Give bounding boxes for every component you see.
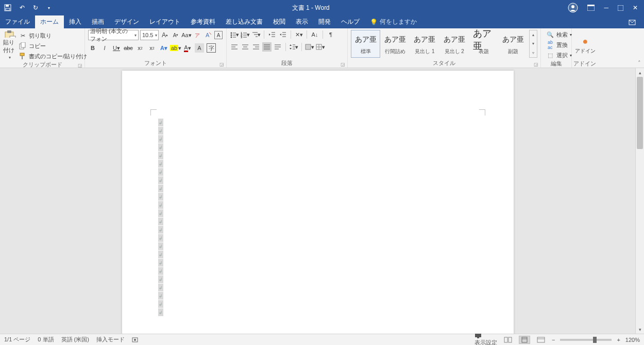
select-button[interactable]: ⬚選択▾ — [544, 51, 574, 60]
font-dialog-launcher[interactable]: ◲ — [219, 62, 224, 67]
enclose-characters-button[interactable]: A — [214, 31, 223, 39]
align-justify-button[interactable] — [262, 42, 272, 52]
tab-insert[interactable]: 挿入 — [64, 15, 87, 28]
language-status[interactable]: 英語 (米国) — [61, 336, 89, 343]
paste-button[interactable]: 貼り付け ▾ — [3, 30, 16, 60]
tab-design[interactable]: デザイン — [109, 15, 144, 28]
tab-references[interactable]: 参考資料 — [185, 15, 221, 28]
tab-file[interactable]: ファイル — [0, 15, 35, 28]
style-subtitle[interactable]: あア亜副題 — [499, 30, 528, 58]
clipboard-dialog-launcher[interactable]: ◲ — [78, 63, 82, 68]
ribbon-display-icon[interactable] — [587, 5, 595, 11]
show-marks-button[interactable]: ¶ — [326, 30, 335, 39]
grow-font-button[interactable]: A▴ — [160, 30, 170, 40]
font-size-combo[interactable]: 10.5▾ — [140, 30, 159, 40]
borders-button[interactable]: ▾ — [316, 42, 325, 52]
style-heading2[interactable]: あア亜見出し 2 — [439, 30, 469, 58]
format-painter-button[interactable]: 書式のコピー/貼り付け — [16, 52, 89, 61]
superscript-button[interactable]: x2 — [147, 43, 157, 53]
undo-icon[interactable]: ↶ — [18, 4, 27, 11]
sort-button[interactable]: A↓ — [310, 30, 319, 39]
font-name-combo[interactable]: 游明朝 (本文のフォン▾ — [88, 30, 139, 40]
subscript-button[interactable]: x2 — [135, 43, 145, 53]
character-border-button[interactable]: 字 — [207, 43, 216, 53]
text-effects-button[interactable]: A▾ — [159, 43, 168, 53]
vertical-scrollbar[interactable]: ▴ ▾ — [635, 68, 644, 334]
tab-help[interactable]: ヘルプ — [336, 15, 365, 28]
scroll-thumb[interactable] — [637, 77, 643, 149]
asian-layout-button[interactable]: ✕▾ — [294, 30, 303, 39]
tab-view[interactable]: 表示 — [291, 15, 313, 28]
styles-group-label: スタイル — [433, 60, 455, 66]
close-icon[interactable]: ✕ — [633, 4, 638, 11]
cut-button[interactable]: ✂切り取り — [16, 31, 89, 40]
zoom-slider[interactable] — [560, 339, 612, 341]
zoom-out-button[interactable]: − — [552, 337, 555, 343]
paragraph-dialog-launcher[interactable]: ◲ — [341, 62, 345, 67]
strikethrough-button[interactable]: abc — [124, 43, 133, 53]
line-spacing-button[interactable]: ▾ — [289, 42, 298, 52]
web-layout-button[interactable] — [535, 336, 547, 344]
insert-mode-status[interactable]: 挿入モード — [96, 336, 125, 343]
tab-layout[interactable]: レイアウト — [144, 15, 185, 28]
style-title[interactable]: あア亜表題 — [469, 30, 498, 58]
zoom-slider-knob[interactable] — [593, 337, 597, 343]
shading-button[interactable]: ▾ — [305, 42, 314, 52]
read-mode-button[interactable] — [502, 336, 514, 344]
numbering-button[interactable]: 123▾ — [241, 30, 250, 39]
tab-home[interactable]: ホーム — [35, 15, 64, 28]
collapse-ribbon-button[interactable]: ˄ — [638, 60, 641, 67]
tab-mailings[interactable]: 差し込み文書 — [221, 15, 268, 28]
zoom-level[interactable]: 120% — [625, 337, 640, 343]
tab-developer[interactable]: 開発 — [313, 15, 336, 28]
save-icon[interactable] — [4, 4, 13, 11]
document-page[interactable]: ↲↲↲↲↲↲↲↲↲↲↲↲↲↲↲↲↲↲↲↲↲↲↲↲ — [122, 71, 514, 334]
character-shading-button[interactable]: A — [195, 43, 204, 53]
clear-formatting-button[interactable]: A — [204, 30, 213, 40]
page-number-status[interactable]: 1/1 ページ — [4, 336, 30, 343]
minimize-icon[interactable]: ─ — [604, 4, 608, 11]
tab-review[interactable]: 校閲 — [268, 15, 291, 28]
shrink-font-button[interactable]: A▾ — [171, 30, 180, 40]
replace-button[interactable]: abac置換 — [544, 40, 570, 50]
window-controls: ─ ✕ — [568, 3, 644, 13]
scroll-up-button[interactable]: ▴ — [636, 68, 644, 77]
macro-record-icon[interactable] — [132, 337, 139, 343]
style-normal[interactable]: あア亜標準 — [351, 30, 380, 58]
distributed-button[interactable] — [273, 42, 282, 52]
align-right-button[interactable] — [251, 42, 261, 52]
align-left-button[interactable] — [230, 42, 239, 52]
styles-dialog-launcher[interactable]: ◲ — [534, 62, 538, 67]
addins-button[interactable]: ● アドイン — [575, 30, 596, 60]
change-case-button[interactable]: Aa▾ — [182, 30, 191, 40]
find-button[interactable]: 🔍検索▾ — [544, 30, 574, 39]
display-settings-button[interactable]: 表示設定 — [474, 333, 497, 345]
tab-draw[interactable]: 描画 — [87, 15, 109, 28]
word-count-status[interactable]: 0 単語 — [38, 336, 54, 343]
tell-me[interactable]: 💡 何をしますか — [365, 15, 422, 28]
font-color-button[interactable]: A▾ — [183, 43, 192, 53]
copy-button[interactable]: コピー — [16, 41, 89, 51]
scroll-track[interactable] — [636, 77, 644, 325]
print-layout-button[interactable] — [519, 336, 530, 344]
multilevel-list-button[interactable]: ▾ — [251, 30, 261, 39]
zoom-in-button[interactable]: + — [617, 337, 620, 343]
italic-button[interactable]: I — [100, 43, 109, 53]
styles-gallery-more[interactable]: ▴▾▿ — [529, 30, 537, 58]
share-button[interactable] — [621, 15, 644, 28]
qat-dropdown-icon[interactable]: ▾ — [44, 6, 54, 10]
highlight-button[interactable]: ab▾ — [171, 43, 180, 53]
style-no-spacing[interactable]: あア亜行間詰め — [380, 30, 410, 58]
align-center-button[interactable] — [241, 42, 250, 52]
phonetic-guide-button[interactable]: ア — [193, 30, 202, 40]
decrease-indent-button[interactable] — [267, 30, 277, 39]
bullets-button[interactable]: ▾ — [230, 30, 239, 39]
scroll-down-button[interactable]: ▾ — [636, 325, 644, 334]
account-icon[interactable] — [568, 3, 578, 13]
increase-indent-button[interactable] — [278, 30, 287, 39]
maximize-icon[interactable] — [618, 5, 623, 11]
underline-button[interactable]: U▾ — [112, 43, 121, 53]
redo-icon[interactable]: ↻ — [31, 4, 40, 11]
bold-button[interactable]: B — [88, 43, 97, 53]
style-heading1[interactable]: あア亜見出し 1 — [410, 30, 439, 58]
